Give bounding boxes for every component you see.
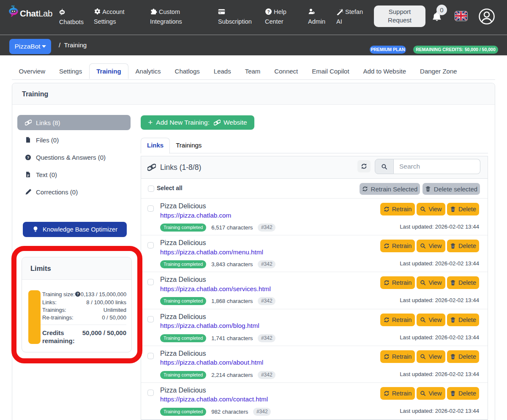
svg-text:?: ? — [267, 10, 270, 14]
